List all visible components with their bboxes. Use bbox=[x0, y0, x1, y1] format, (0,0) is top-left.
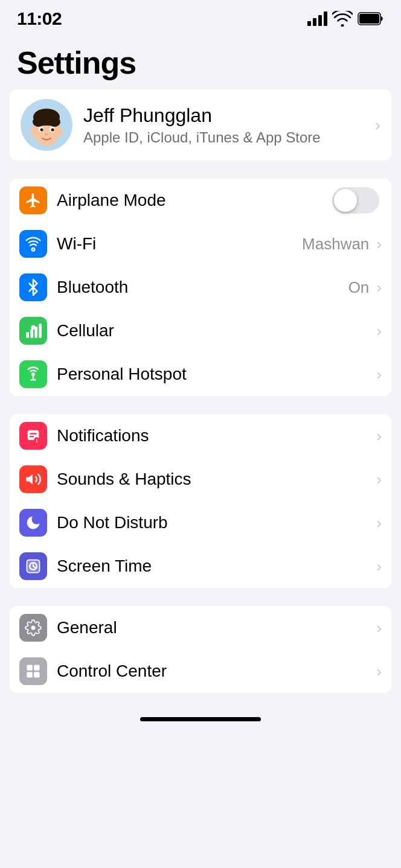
donotdisturb-label: Do Not Disturb bbox=[57, 513, 374, 532]
screentime-label: Screen Time bbox=[57, 557, 374, 576]
hotspot-label: Personal Hotspot bbox=[57, 365, 374, 384]
profile-info: Jeff Phungglan Apple ID, iCloud, iTunes … bbox=[83, 104, 373, 146]
notifications-chevron: › bbox=[376, 427, 382, 445]
general-group: General › Control Center › bbox=[10, 606, 391, 693]
signal-icon bbox=[307, 11, 327, 26]
wifi-value: Mashwan bbox=[302, 235, 369, 254]
controlcenter-row[interactable]: Control Center › bbox=[10, 649, 391, 693]
svg-rect-21 bbox=[30, 436, 34, 437]
controlcenter-label: Control Center bbox=[57, 662, 374, 681]
hotspot-row[interactable]: Personal Hotspot › bbox=[10, 353, 391, 396]
donotdisturb-row[interactable]: Do Not Disturb › bbox=[10, 501, 391, 544]
sounds-label: Sounds & Haptics bbox=[57, 470, 374, 489]
sounds-icon bbox=[19, 465, 47, 493]
svg-text:!: ! bbox=[36, 438, 37, 444]
airplane-mode-toggle[interactable] bbox=[332, 187, 379, 214]
bluetooth-chevron: › bbox=[376, 278, 382, 297]
wifi-icon bbox=[19, 230, 47, 258]
cellular-icon bbox=[19, 317, 47, 345]
sounds-row[interactable]: Sounds & Haptics › bbox=[10, 458, 391, 501]
avatar bbox=[21, 99, 72, 151]
wifi-row[interactable]: Wi-Fi Mashwan › bbox=[10, 222, 391, 266]
donotdisturb-icon bbox=[19, 509, 47, 537]
status-icons bbox=[307, 11, 384, 27]
svg-rect-20 bbox=[30, 433, 37, 434]
screentime-icon bbox=[19, 552, 47, 580]
notifications-group: ! Notifications › Sounds & Haptics › bbox=[10, 414, 391, 588]
controlcenter-chevron: › bbox=[376, 662, 382, 681]
svg-rect-28 bbox=[34, 665, 39, 671]
airplane-mode-label: Airplane Mode bbox=[57, 191, 332, 210]
status-bar: 11:02 bbox=[0, 0, 401, 34]
wifi-chevron: › bbox=[376, 235, 382, 254]
home-indicator bbox=[0, 711, 401, 730]
wifi-status-icon bbox=[332, 11, 353, 27]
airplane-mode-row[interactable]: Airplane Mode bbox=[10, 179, 391, 222]
status-time: 11:02 bbox=[17, 8, 62, 29]
general-chevron: › bbox=[376, 619, 382, 637]
cellular-chevron: › bbox=[376, 322, 382, 340]
bluetooth-icon bbox=[19, 273, 47, 301]
svg-rect-1 bbox=[359, 14, 379, 24]
hotspot-chevron: › bbox=[376, 365, 382, 384]
profile-row[interactable]: Jeff Phungglan Apple ID, iCloud, iTunes … bbox=[10, 89, 391, 161]
general-row[interactable]: General › bbox=[10, 606, 391, 649]
wifi-label: Wi-Fi bbox=[57, 234, 302, 254]
svg-point-7 bbox=[30, 127, 36, 136]
airplane-mode-icon bbox=[19, 187, 47, 214]
svg-point-11 bbox=[40, 129, 43, 132]
connectivity-group: Airplane Mode Wi-Fi Mashwan › Bluetooth bbox=[10, 179, 391, 396]
cellular-row[interactable]: Cellular › bbox=[10, 309, 391, 353]
svg-point-8 bbox=[57, 127, 63, 136]
notifications-label: Notifications bbox=[57, 426, 374, 445]
avatar-image bbox=[21, 99, 72, 151]
svg-rect-13 bbox=[26, 332, 29, 337]
battery-icon bbox=[358, 12, 384, 25]
hotspot-icon bbox=[19, 360, 47, 388]
general-icon bbox=[19, 614, 47, 642]
notifications-row[interactable]: ! Notifications › bbox=[10, 414, 391, 458]
donotdisturb-chevron: › bbox=[376, 514, 382, 532]
svg-rect-30 bbox=[34, 672, 39, 677]
svg-point-12 bbox=[51, 129, 54, 132]
profile-name: Jeff Phungglan bbox=[83, 104, 373, 127]
profile-subtitle: Apple ID, iCloud, iTunes & App Store bbox=[83, 129, 373, 146]
controlcenter-icon bbox=[19, 657, 47, 685]
home-bar bbox=[140, 717, 261, 721]
svg-rect-16 bbox=[39, 324, 42, 337]
general-label: General bbox=[57, 618, 374, 637]
cellular-label: Cellular bbox=[57, 321, 374, 340]
screentime-row[interactable]: Screen Time › bbox=[10, 544, 391, 588]
svg-rect-27 bbox=[27, 665, 33, 671]
page-title: Settings bbox=[17, 45, 384, 81]
svg-rect-29 bbox=[27, 672, 33, 677]
sounds-chevron: › bbox=[376, 470, 382, 489]
page-title-area: Settings bbox=[0, 34, 401, 89]
profile-chevron: › bbox=[375, 116, 380, 135]
bluetooth-row[interactable]: Bluetooth On › bbox=[10, 266, 391, 309]
screentime-chevron: › bbox=[376, 557, 382, 576]
notifications-icon: ! bbox=[19, 422, 47, 450]
bluetooth-value: On bbox=[348, 278, 370, 297]
profile-section[interactable]: Jeff Phungglan Apple ID, iCloud, iTunes … bbox=[10, 89, 391, 161]
bluetooth-label: Bluetooth bbox=[57, 278, 348, 297]
